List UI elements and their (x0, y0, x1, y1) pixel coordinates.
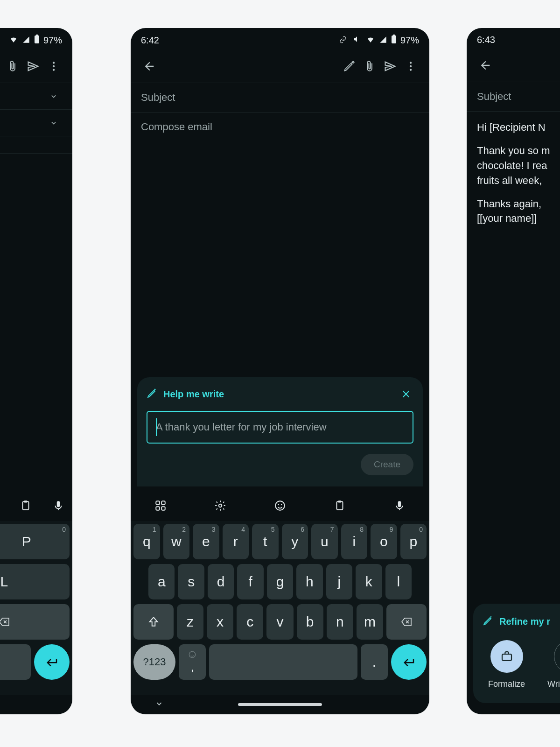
to-field[interactable] (0, 110, 72, 136)
app-bar (467, 49, 560, 82)
from-field[interactable] (0, 83, 72, 109)
key-e[interactable]: 3e (193, 524, 219, 559)
key-z[interactable]: z (177, 604, 203, 640)
mic-icon[interactable] (49, 496, 68, 515)
key-i[interactable]: 8i (341, 524, 368, 559)
keyboard-toolbar (0, 490, 72, 521)
key-p[interactable]: 0P (0, 524, 70, 559)
key-q[interactable]: 1q (133, 524, 160, 559)
close-icon[interactable] (399, 387, 413, 402)
key-h[interactable]: h (296, 564, 322, 599)
chip-label: Write a draft (547, 679, 560, 689)
subject-field[interactable]: Subject (467, 82, 560, 111)
key-o[interactable]: 9o (371, 524, 397, 559)
keyboard[interactable]: 1q 2w 3e 4r 5t 6y 7u 8i 9o 0p a s d f g … (131, 521, 429, 695)
key-t[interactable]: 5t (252, 524, 279, 559)
email-body[interactable]: Hi [Recipient N Thank you so m chocolate… (467, 112, 560, 598)
key-a[interactable]: a (148, 564, 175, 599)
key-enter[interactable] (34, 644, 70, 680)
subject-field[interactable] (0, 136, 72, 153)
create-button[interactable]: Create (361, 454, 413, 475)
emoji-icon[interactable] (271, 496, 289, 515)
svg-point-10 (410, 62, 412, 63)
key-backspace[interactable] (386, 604, 427, 640)
key-w[interactable]: 2w (163, 524, 190, 559)
key-b[interactable]: b (297, 604, 323, 640)
compose-field[interactable]: Compose email (131, 113, 429, 141)
key-n[interactable]: n (327, 604, 353, 640)
help-prompt-input[interactable]: A thank you letter for my job interview (147, 411, 413, 444)
key-c[interactable]: c (237, 604, 263, 640)
key-period[interactable]: . (0, 644, 31, 680)
magic-pen-icon (147, 388, 158, 401)
key-comma[interactable]: , (179, 644, 206, 680)
briefcase-icon (490, 640, 523, 673)
chip-label: Formalize (488, 679, 525, 689)
key-k[interactable]: k (356, 564, 382, 599)
key-y[interactable]: 6y (282, 524, 308, 559)
subject-field[interactable]: Subject (131, 83, 429, 112)
key-symbols[interactable]: ?123 (133, 644, 175, 680)
wifi-icon (9, 35, 18, 46)
svg-rect-23 (398, 501, 401, 507)
phone-left: 97% 8I 9O 0P K L M . (0, 28, 72, 714)
key-l[interactable]: l (385, 564, 412, 599)
key-u[interactable]: 7u (311, 524, 338, 559)
clipboard-icon[interactable] (16, 496, 35, 515)
key-v[interactable]: v (266, 604, 293, 640)
mic-icon[interactable] (390, 496, 409, 515)
back-icon[interactable] (475, 55, 496, 76)
svg-rect-16 (161, 507, 165, 510)
body-line: Thanks again, [[your name]] (477, 197, 560, 226)
body-line: Thank you so m chocolate! I rea fruits a… (477, 143, 560, 188)
key-shift[interactable] (133, 604, 174, 640)
signal-icon (22, 35, 30, 46)
apps-icon[interactable] (151, 496, 170, 515)
svg-rect-21 (337, 501, 343, 509)
status-time: 6:43 (477, 35, 495, 45)
key-r[interactable]: 4r (223, 524, 249, 559)
chip-write-draft[interactable]: Write a draft (547, 640, 560, 689)
send-icon[interactable] (23, 56, 43, 77)
key-m[interactable]: m (357, 604, 383, 640)
svg-rect-9 (393, 35, 395, 35)
status-bar: 6:42 97% (131, 28, 429, 50)
attachment-icon[interactable] (2, 56, 23, 77)
key-f[interactable]: f (237, 564, 263, 599)
key-enter[interactable] (391, 644, 427, 680)
key-s[interactable]: s (178, 564, 204, 599)
magic-pen-icon[interactable] (339, 56, 359, 77)
more-icon[interactable] (400, 56, 421, 77)
svg-rect-0 (35, 35, 39, 43)
key-backspace[interactable] (0, 604, 70, 640)
send-icon[interactable] (380, 56, 400, 77)
clipboard-icon[interactable] (330, 496, 349, 515)
home-indicator[interactable] (238, 703, 322, 706)
key-j[interactable]: j (326, 564, 352, 599)
key-space[interactable] (209, 644, 357, 680)
help-me-write-panel: Help me write A thank you letter for my … (137, 377, 423, 486)
magic-pen-icon (483, 615, 494, 628)
status-bar: 6:43 (467, 28, 560, 49)
attachment-icon[interactable] (359, 56, 380, 77)
svg-rect-1 (36, 35, 38, 35)
key-x[interactable]: x (207, 604, 233, 640)
key-d[interactable]: d (208, 564, 234, 599)
key-p[interactable]: 0p (400, 524, 427, 559)
battery-icon (391, 35, 397, 46)
more-icon[interactable] (43, 56, 64, 77)
battery-icon (34, 35, 40, 46)
keyboard[interactable]: 8I 9O 0P K L M . (0, 521, 72, 695)
chip-formalize[interactable]: Formalize (488, 640, 525, 689)
back-icon[interactable] (139, 56, 160, 77)
svg-point-2 (53, 62, 55, 63)
body-line: Hi [Recipient N (477, 120, 560, 135)
key-g[interactable]: g (267, 564, 293, 599)
chevron-down-icon[interactable] (154, 698, 164, 711)
help-title: Help me write (163, 389, 224, 400)
key-period[interactable]: . (361, 644, 388, 680)
wifi-icon (366, 35, 375, 46)
gear-icon[interactable] (211, 496, 230, 515)
svg-rect-7 (57, 501, 60, 507)
key-l[interactable]: L (0, 564, 70, 599)
